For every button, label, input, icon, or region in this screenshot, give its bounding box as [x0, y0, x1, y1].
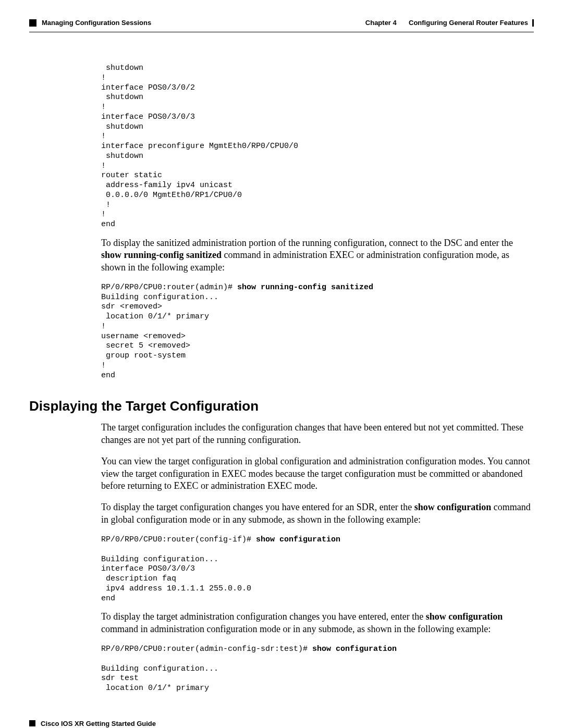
- paragraph-showconfig-admin: To display the target administration con…: [101, 611, 534, 635]
- paragraph-target-modes: You can view the target configuration in…: [101, 455, 534, 492]
- footer-top: Cisco IOS XR Getting Started Guide: [29, 720, 534, 727]
- bullet-icon: [29, 19, 36, 27]
- header-chapter-title: Configuring General Router Features: [409, 19, 528, 27]
- code-block-1: shutdown ! interface POS0/3/0/2 shutdown…: [101, 64, 534, 230]
- bullet-icon: [29, 720, 35, 726]
- page-header: Managing Configuration Sessions Chapter …: [29, 19, 534, 27]
- content-block: shutdown ! interface POS0/3/0/2 shutdown…: [101, 64, 534, 694]
- divider-icon: [532, 19, 534, 27]
- paragraph-target-intro: The target configuration includes the co…: [101, 422, 534, 446]
- section-heading: Displaying the Target Configuration: [29, 398, 534, 414]
- code-block-3: RP/0/RP0/CPU0:router(config-if)# show co…: [101, 535, 534, 603]
- footer-guide-title: Cisco IOS XR Getting Started Guide: [41, 720, 156, 727]
- code-block-4: RP/0/RP0/CPU0:router(admin-config-sdr:te…: [101, 645, 534, 694]
- header-left: Managing Configuration Sessions: [29, 19, 151, 27]
- paragraph-showconfig-sdr: To display the target configuration chan…: [101, 501, 534, 526]
- header-right: Chapter 4 Configuring General Router Fea…: [365, 19, 534, 27]
- header-chapter-num: Chapter 4: [365, 19, 397, 27]
- header-rule: [29, 32, 534, 32]
- paragraph-sanitized: To display the sanitized administration …: [101, 237, 534, 274]
- code-block-2: RP/0/RP0/CPU0:router(admin)# show runnin…: [101, 283, 534, 381]
- document-page: Managing Configuration Sessions Chapter …: [0, 0, 563, 728]
- header-section-label: Managing Configuration Sessions: [42, 19, 151, 27]
- page-footer: Cisco IOS XR Getting Started Guide 4-30 …: [29, 720, 534, 728]
